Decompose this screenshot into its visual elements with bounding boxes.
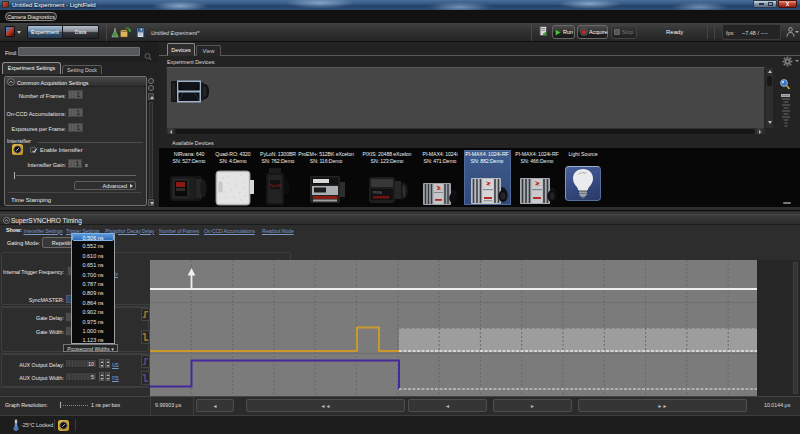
svg-text:PyLoN: PyLoN [270,184,281,188]
svg-text:PIXIS: PIXIS [373,191,383,195]
